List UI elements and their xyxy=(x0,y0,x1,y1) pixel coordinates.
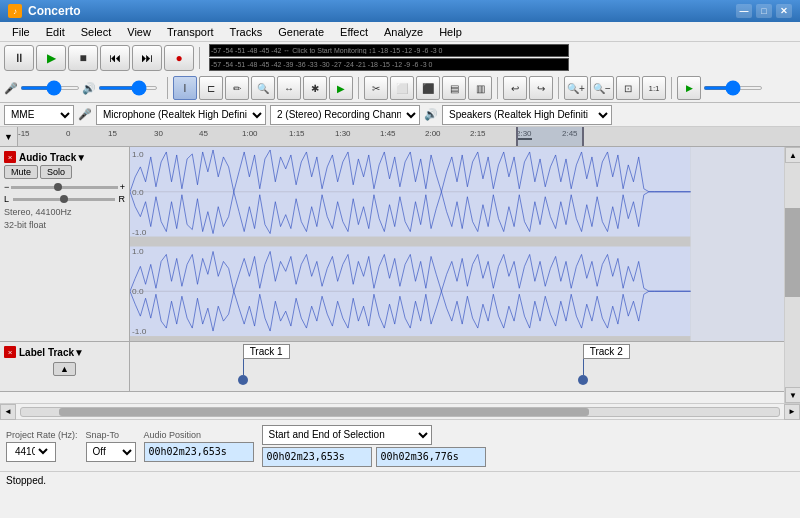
project-rate-select[interactable]: 44100 xyxy=(11,445,51,458)
scroll-right-button[interactable]: ► xyxy=(784,404,800,420)
gain-plus-icon: + xyxy=(120,182,125,192)
project-rate-display: 44100 xyxy=(6,442,56,462)
skip-end-button[interactable]: ⏭ xyxy=(132,45,162,71)
menu-edit[interactable]: Edit xyxy=(38,24,73,40)
ruler-mark-100: 1:00 xyxy=(242,129,258,138)
pause-button[interactable]: ⏸ xyxy=(4,45,34,71)
input-level-slider[interactable] xyxy=(20,86,80,90)
minimize-button[interactable]: — xyxy=(736,4,752,18)
selection-end-display: 00h02m36,776s xyxy=(376,447,486,467)
gain-slider[interactable] xyxy=(11,186,117,189)
menu-tracks[interactable]: Tracks xyxy=(222,24,271,40)
skip-start-button[interactable]: ⏮ xyxy=(100,45,130,71)
menu-view[interactable]: View xyxy=(119,24,159,40)
menu-select[interactable]: Select xyxy=(73,24,120,40)
transport-toolbar: ⏸ ▶ ■ ⏮ ⏭ ● -57 -54 -51 -48 -45 -42 ↔ Cl… xyxy=(0,42,800,74)
gain-minus-icon: − xyxy=(4,182,9,192)
menu-help[interactable]: Help xyxy=(431,24,470,40)
label-track1-container: Track 1 xyxy=(235,342,290,385)
ruler-mark-145: 1:45 xyxy=(380,129,396,138)
zoom-in-button[interactable]: 🔍+ xyxy=(564,76,588,100)
close-button[interactable]: ✕ xyxy=(776,4,792,18)
sep4 xyxy=(497,77,498,99)
zoom-tool[interactable]: 🔍 xyxy=(251,76,275,100)
selection-field: Start and End of Selection 00h02m23,653s… xyxy=(262,425,486,467)
record-button[interactable]: ● xyxy=(164,45,194,71)
svg-text:0.0: 0.0 xyxy=(132,188,144,197)
speaker-device-icon: 🔊 xyxy=(424,108,438,121)
solo-button[interactable]: Solo xyxy=(40,165,72,179)
ruler-marks[interactable]: -15 0 15 30 45 1:00 1:15 1:30 1:45 2:00 … xyxy=(18,127,800,146)
zoom-out-button[interactable]: 🔍− xyxy=(590,76,614,100)
label-track: × Label Track ▼ ▲ Track 1 Track 2 xyxy=(0,342,784,392)
label-track-up-button[interactable]: ▲ xyxy=(53,362,76,376)
audio-track-close[interactable]: × xyxy=(4,151,16,163)
scroll-thumb[interactable] xyxy=(785,208,800,298)
timeshift-tool[interactable]: ↔ xyxy=(277,76,301,100)
label-track1-pin[interactable] xyxy=(238,375,248,385)
stop-button[interactable]: ■ xyxy=(68,45,98,71)
paste-button[interactable]: ⬛ xyxy=(416,76,440,100)
snap-to-select[interactable]: Off xyxy=(86,442,136,462)
multi-tool[interactable]: ✱ xyxy=(303,76,327,100)
trim-button[interactable]: ▤ xyxy=(442,76,466,100)
input-device-select[interactable]: Microphone (Realtek High Defini xyxy=(96,105,266,125)
audio-position-display: 00h02m23,653s xyxy=(144,442,254,462)
output-level-slider[interactable] xyxy=(98,86,158,90)
undo-button[interactable]: ↩ xyxy=(503,76,527,100)
menu-transport[interactable]: Transport xyxy=(159,24,222,40)
host-select[interactable]: MME xyxy=(4,105,74,125)
cut-button[interactable]: ✂ xyxy=(364,76,388,100)
output-meter[interactable]: -57 -54 -51 -48 -45 -42 -39 -36 -33 -30 … xyxy=(209,58,569,71)
copy-button[interactable]: ⬜ xyxy=(390,76,414,100)
input-meter[interactable]: -57 -54 -51 -48 -45 -42 ↔ Click to Start… xyxy=(209,44,569,57)
mute-button[interactable]: Mute xyxy=(4,165,38,179)
menu-generate[interactable]: Generate xyxy=(270,24,332,40)
channels-select[interactable]: 2 (Stereo) Recording Channels xyxy=(270,105,420,125)
label-track2-box: Track 2 xyxy=(583,344,630,359)
selection-tool[interactable]: I xyxy=(173,76,197,100)
redo-button[interactable]: ↪ xyxy=(529,76,553,100)
play-at-speed[interactable]: ▶ xyxy=(329,76,353,100)
gain-thumb[interactable] xyxy=(54,183,62,191)
track-info-line2: 32-bit float xyxy=(4,219,125,232)
output-device-select[interactable]: Speakers (Realtek High Definiti xyxy=(442,105,612,125)
device-toolbar: MME 🎤 Microphone (Realtek High Defini 2 … xyxy=(0,103,800,127)
maximize-button[interactable]: □ xyxy=(756,4,772,18)
pan-slider[interactable] xyxy=(13,198,114,201)
draw-tool[interactable]: ✏ xyxy=(225,76,249,100)
audio-waveform-area[interactable]: 1.0 0.0 -1.0 1.0 0.0 -1.0 xyxy=(130,147,784,341)
silence-button[interactable]: ▥ xyxy=(468,76,492,100)
pan-thumb[interactable] xyxy=(60,195,68,203)
menu-file[interactable]: File xyxy=(4,24,38,40)
ruler-mark-neg15: -15 xyxy=(18,129,30,138)
scroll-track[interactable] xyxy=(785,163,800,387)
playback-speed-button[interactable]: ▶ xyxy=(677,76,701,100)
ruler-mark-130: 1:30 xyxy=(335,129,351,138)
menu-analyze[interactable]: Analyze xyxy=(376,24,431,40)
play-button[interactable]: ▶ xyxy=(36,45,66,71)
selection-mode-select[interactable]: Start and End of Selection xyxy=(262,425,432,445)
menu-effect[interactable]: Effect xyxy=(332,24,376,40)
vertical-scrollbar[interactable]: ▲ ▼ xyxy=(784,147,800,403)
playback-speed-slider[interactable] xyxy=(703,86,763,90)
audio-track-header: × Audio Track ▼ xyxy=(4,151,125,163)
horizontal-scrollbar[interactable]: ◄ ► xyxy=(0,403,800,419)
scroll-left-button[interactable]: ◄ xyxy=(0,404,16,420)
audio-track-chevron[interactable]: ▼ xyxy=(76,152,86,163)
envelope-tool[interactable]: ⊏ xyxy=(199,76,223,100)
h-scroll-thumb[interactable] xyxy=(59,408,590,416)
ruler-menu-button[interactable]: ▼ xyxy=(0,127,18,147)
zoom-reset-button[interactable]: 1:1 xyxy=(642,76,666,100)
scroll-down-button[interactable]: ▼ xyxy=(785,387,800,403)
label-track-header: × Label Track ▼ xyxy=(4,346,125,358)
scroll-up-button[interactable]: ▲ xyxy=(785,147,800,163)
level-meters: -57 -54 -51 -48 -45 -42 ↔ Click to Start… xyxy=(209,44,569,72)
h-scroll-track[interactable] xyxy=(20,407,780,417)
label-track-chevron[interactable]: ▼ xyxy=(74,347,84,358)
label-track-close[interactable]: × xyxy=(4,346,16,358)
zoom-fit-button[interactable]: ⊡ xyxy=(616,76,640,100)
label-track2-pin[interactable] xyxy=(578,375,588,385)
label-track-waveform[interactable]: Track 1 Track 2 xyxy=(130,342,784,391)
output-meter-label: -57 -54 -51 -48 -45 -42 -39 -36 -33 -30 … xyxy=(211,61,567,68)
